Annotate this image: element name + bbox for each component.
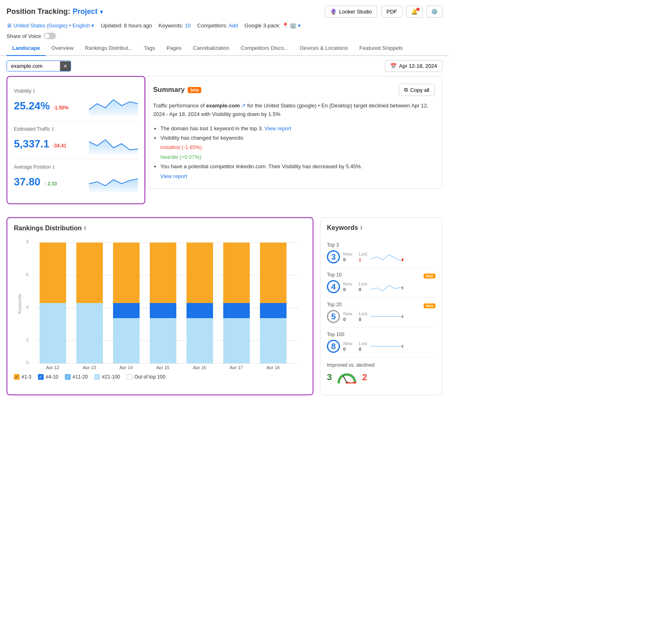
nav-tabs: Landscape Overview Rankings Distribut...…	[0, 41, 449, 56]
looker-label: Looker Studio	[339, 9, 372, 15]
svg-text:0: 0	[26, 360, 29, 365]
top100-lost-stat: Lost 0	[359, 341, 367, 352]
bar-apr13-top3	[76, 243, 103, 303]
settings-button[interactable]: ⚙️	[426, 6, 442, 18]
top3-circle: 3	[327, 250, 340, 263]
keyword-instafest-link[interactable]: instafest	[160, 144, 180, 150]
pdf-button[interactable]: PDF	[381, 6, 402, 18]
keywords-label: Keywords:	[158, 22, 183, 29]
bar-apr14-out	[113, 318, 140, 363]
competitors-add-link[interactable]: Add	[229, 22, 238, 29]
legend-21-100[interactable]: ✓ #21-100	[94, 374, 120, 380]
position-value: 37.80	[14, 176, 40, 188]
position-info-icon[interactable]: ℹ	[53, 164, 55, 170]
traffic-chart	[89, 134, 138, 154]
top3-chart	[371, 251, 403, 263]
domain-input-wrapper: ✕	[7, 60, 71, 71]
summary-text: Traffic performance of example.com ↗ for…	[153, 102, 435, 119]
traffic-info-icon[interactable]: ℹ	[52, 126, 54, 132]
legend-21-100-label: #21-100	[102, 374, 120, 380]
position-metric: Average Position ℹ 37.80 ↑ 2.10	[14, 159, 138, 197]
top20-value: 5	[331, 312, 335, 321]
tab-rankings-distribution[interactable]: Rankings Distribut...	[79, 41, 138, 56]
top3-value: 3	[331, 252, 335, 262]
svg-marker-0	[89, 100, 138, 116]
keyword-heardle-link[interactable]: heardle	[160, 154, 178, 160]
project-name[interactable]: Project	[73, 7, 98, 16]
bar-chart: 8 6 4 2 0 Keywords Apr	[14, 238, 306, 369]
keywords-card-title: Keywords ℹ	[327, 224, 435, 232]
legend-1-3-check: ✓	[14, 374, 20, 380]
legend-4-10[interactable]: ✓ #4-10	[38, 374, 58, 380]
svg-marker-2	[89, 179, 138, 192]
tab-featured-snippets[interactable]: Featured Snippets	[354, 41, 409, 56]
top10-new-stat: New 0	[343, 281, 352, 292]
tab-cannibalization[interactable]: Cannibalization	[187, 41, 235, 56]
view-report-link-2[interactable]: View report	[160, 173, 187, 179]
top100-new-stat: New 0	[343, 341, 352, 352]
legend-out-top-100[interactable]: Out of top 100	[127, 374, 165, 380]
top3-row: Top 3 3 New 0 Lost 1	[327, 238, 435, 268]
domain-input[interactable]	[7, 61, 60, 71]
declined-value: 2	[362, 372, 367, 383]
improved-numbers: 3 2	[327, 371, 435, 383]
page-title: Position Tracking:	[7, 7, 70, 16]
legend-11-20[interactable]: ✓ #11-20	[65, 374, 88, 380]
bar-apr17-out	[223, 318, 250, 363]
main-content: Visibility ℹ 25.24% -1.50%	[0, 76, 449, 217]
summary-panel: Summary beta ⧉ Copy all Traffic performa…	[145, 76, 442, 211]
instafest-change: (-1.65%)	[182, 144, 202, 150]
top10-new-badge: New	[424, 274, 435, 279]
project-chevron-icon[interactable]: ▾	[100, 9, 103, 15]
keywords-count-link[interactable]: 10	[185, 22, 191, 29]
summary-bullet-1: The domain has lost 1 keyword in the top…	[160, 124, 435, 133]
keywords-title-text: Keywords	[327, 224, 358, 232]
top3-lost-stat: Lost 1	[359, 252, 367, 262]
external-link-icon[interactable]: ↗	[241, 103, 246, 109]
svg-marker-1	[89, 140, 138, 154]
bar-chart-svg: 8 6 4 2 0 Keywords Apr	[14, 238, 306, 369]
top3-new-stat: New 0	[343, 252, 352, 262]
top20-new-stat: New 0	[343, 311, 352, 322]
looker-icon: 🔮	[330, 9, 337, 15]
top10-stats: New 0 Lost 0	[343, 281, 367, 292]
svg-text:Keywords: Keywords	[17, 294, 22, 314]
tab-devices-locations[interactable]: Devices & Locations	[294, 41, 354, 56]
rankings-title-text: Rankings Distribution	[14, 225, 82, 232]
view-report-link-1[interactable]: View report	[264, 125, 291, 131]
looker-studio-button[interactable]: 🔮 Looker Studio	[325, 6, 377, 18]
visibility-info-icon[interactable]: ℹ	[33, 88, 35, 94]
gauge-chart	[337, 371, 357, 383]
share-of-voice-toggle[interactable]	[44, 33, 56, 39]
top20-label: Top 20	[327, 302, 342, 308]
google3pack-chevron-icon[interactable]: ▾	[298, 22, 301, 29]
tab-tags[interactable]: Tags	[138, 41, 160, 56]
bar-apr16-top3	[187, 243, 213, 303]
building-icon: 🏢	[290, 22, 296, 29]
location-selector[interactable]: 🖥 United States (Google) • English ▾	[7, 22, 94, 29]
tab-landscape[interactable]: Landscape	[7, 41, 46, 56]
domain-clear-button[interactable]: ✕	[60, 61, 71, 71]
legend-1-3[interactable]: ✓ #1-3	[14, 374, 31, 380]
header-actions: 🔮 Looker Studio PDF 🔔 ⚙️	[325, 6, 442, 18]
top100-row: Top 100 8 New 0 Lost 0	[327, 328, 435, 357]
top10-row: Top 10 New 4 New 0 Lost 0	[327, 268, 435, 298]
tab-overview[interactable]: Overview	[46, 41, 79, 56]
legend-out-label: Out of top 100	[134, 374, 165, 380]
top10-label: Top 10	[327, 272, 342, 278]
copy-all-button[interactable]: ⧉ Copy all	[399, 84, 435, 96]
keywords-info-icon[interactable]: ℹ	[360, 225, 362, 231]
svg-text:Apr 14: Apr 14	[120, 365, 133, 369]
svg-line-27	[343, 376, 347, 383]
bar-apr17-top3	[223, 243, 250, 303]
top20-row: Top 20 New 5 New 0 Lost 0	[327, 298, 435, 328]
rankings-info-icon[interactable]: ℹ	[84, 225, 86, 231]
date-range-button[interactable]: 📅 Apr 12-18, 2024	[385, 60, 442, 72]
top20-chart	[371, 310, 403, 323]
notifications-button[interactable]: 🔔	[406, 6, 422, 18]
tab-competitors[interactable]: Competitors Disco...	[235, 41, 294, 56]
subheader: 🖥 United States (Google) • English ▾ Upd…	[0, 21, 449, 31]
tab-pages[interactable]: Pages	[161, 41, 187, 56]
svg-text:Apr 12: Apr 12	[46, 365, 59, 369]
header-title-section: Position Tracking: Project ▾	[7, 7, 103, 16]
